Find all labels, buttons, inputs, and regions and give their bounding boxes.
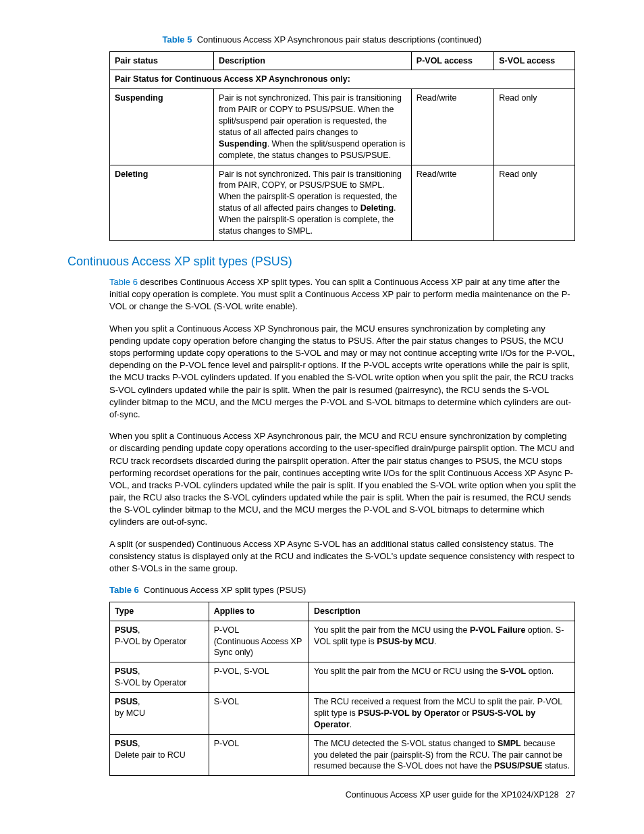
svol-cell: Read only xyxy=(494,165,575,240)
status-cell: Deleting xyxy=(110,165,214,240)
footer-text: Continuous Access XP user guide for the … xyxy=(346,790,559,800)
section-cell: Pair Status for Continuous Access XP Asy… xyxy=(110,70,575,89)
paragraph-4: A split (or suspended) Continuous Access… xyxy=(109,538,576,575)
table5-caption-text: Continuous Access XP Asynchronous pair s… xyxy=(197,34,482,45)
table6-caption: Table 6 Continuous Access XP split types… xyxy=(109,584,576,596)
th-applies: Applies to xyxy=(209,602,308,621)
th-description: Description xyxy=(214,51,412,70)
table6-link[interactable]: Table 6 xyxy=(109,277,138,287)
applies-cell: P-VOL, S-VOL xyxy=(209,662,308,693)
table6-row: PSUS, S-VOL by Operator P-VOL, S-VOL You… xyxy=(110,662,575,693)
desc-cell: You split the pair from the MCU or RCU u… xyxy=(309,662,575,693)
type-cell: PSUS, S-VOL by Operator xyxy=(110,662,209,693)
desc-cell: You split the pair from the MCU using th… xyxy=(309,621,575,662)
page-number: 27 xyxy=(566,790,575,800)
table6-caption-text: Continuous Access XP split types (PSUS) xyxy=(144,585,306,595)
th-type: Type xyxy=(110,602,209,621)
applies-cell: S-VOL xyxy=(209,693,308,735)
th-pvol: P-VOL access xyxy=(411,51,493,70)
desc-cell: The MCU detected the S-VOL status change… xyxy=(309,734,575,776)
page-footer: Continuous Access XP user guide for the … xyxy=(68,789,575,801)
th-svol: S-VOL access xyxy=(494,51,575,70)
desc-cell: Pair is not synchronized. This pair is t… xyxy=(214,165,412,240)
pvol-cell: Read/write xyxy=(411,89,493,165)
table6-header-row: Type Applies to Description xyxy=(110,602,575,621)
section-heading: Continuous Access XP split types (PSUS) xyxy=(68,253,576,269)
type-cell: PSUS, Delete pair to RCU xyxy=(110,734,209,776)
pvol-cell: Read/write xyxy=(411,165,493,240)
table5-row: Suspending Pair is not synchronized. Thi… xyxy=(110,89,575,165)
table5-header-row: Pair status Description P-VOL access S-V… xyxy=(110,51,575,70)
status-cell: Suspending xyxy=(110,89,214,165)
table5-caption: Table 5 Continuous Access XP Asynchronou… xyxy=(68,34,576,46)
paragraph-2: When you split a Continuous Access XP Sy… xyxy=(109,323,576,421)
desc-cell: The RCU received a request from the MCU … xyxy=(309,693,575,735)
paragraph-3: When you split a Continuous Access XP As… xyxy=(109,430,576,529)
table5-row: Deleting Pair is not synchronized. This … xyxy=(110,165,575,240)
th-pair-status: Pair status xyxy=(110,51,214,70)
table6-row: PSUS, by MCU S-VOL The RCU received a re… xyxy=(110,693,575,735)
paragraph-1: Table 6 describes Continuous Access XP s… xyxy=(109,276,576,313)
svol-cell: Read only xyxy=(494,89,575,165)
table6: Type Applies to Description PSUS, P-VOL … xyxy=(109,602,575,777)
applies-cell: P-VOL xyxy=(209,734,308,776)
table5-section-row: Pair Status for Continuous Access XP Asy… xyxy=(110,70,575,89)
table6-label: Table 6 xyxy=(109,585,139,595)
table6-row: PSUS, Delete pair to RCU P-VOL The MCU d… xyxy=(110,734,575,776)
table5-label: Table 5 xyxy=(163,34,192,45)
table6-row: PSUS, P-VOL by Operator P-VOL (Continuou… xyxy=(110,621,575,662)
type-cell: PSUS, by MCU xyxy=(110,693,209,735)
type-cell: PSUS, P-VOL by Operator xyxy=(110,621,209,662)
desc-cell: Pair is not synchronized. This pair is t… xyxy=(214,89,412,165)
table5: Pair status Description P-VOL access S-V… xyxy=(109,51,575,241)
th-desc: Description xyxy=(309,602,575,621)
applies-cell: P-VOL (Continuous Access XP Sync only) xyxy=(209,621,308,662)
